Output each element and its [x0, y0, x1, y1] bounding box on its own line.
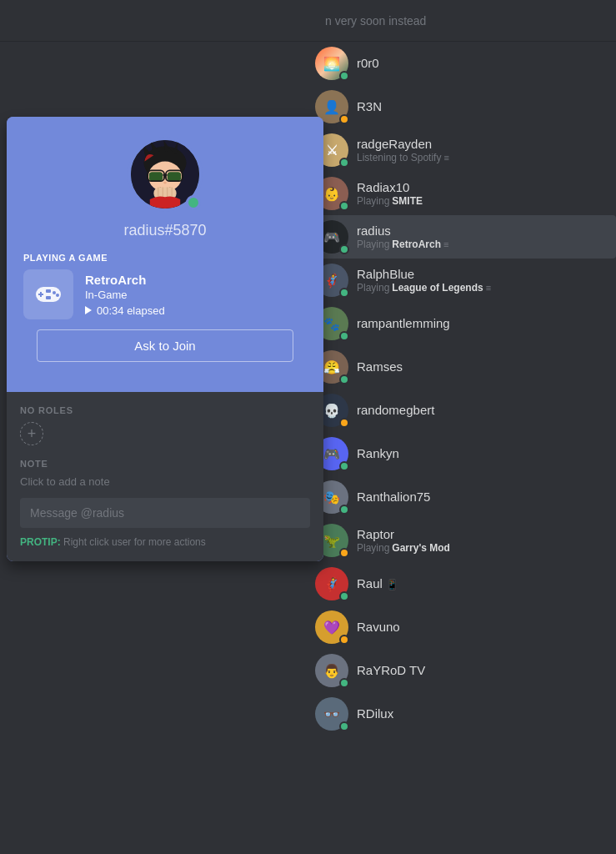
- user-name-rankyn: Rankyn: [357, 446, 399, 461]
- user-item-rampantlemming[interactable]: 🐾rampantlemming: [308, 302, 616, 345]
- activity-bold-radius: RetroArch: [392, 239, 441, 250]
- user-info-raptor: RaptorPlaying Garry's Mod: [357, 527, 450, 554]
- profile-online-indicator: [186, 195, 201, 210]
- user-name-raul: Raul📱: [357, 576, 398, 591]
- profile-bottom: NO ROLES + NOTE Click to add a note PROT…: [7, 392, 323, 561]
- ask-to-join-button[interactable]: Ask to Join: [37, 329, 293, 362]
- status-dot-radiax10: [339, 201, 349, 211]
- mobile-icon-raul: 📱: [386, 579, 398, 590]
- user-item-radius[interactable]: 🎮radiusPlaying RetroArch ≡: [308, 215, 616, 259]
- game-details: RetroArch In-Game 00:34 elapsed: [85, 273, 165, 317]
- profile-popup: radius#5870 PLAYING A GAME RetroArch In-…: [7, 117, 323, 561]
- user-name-radiax10: Radiax10: [357, 180, 423, 195]
- user-item-r3n[interactable]: 👤R3N: [308, 85, 616, 128]
- user-item-radgeRayden[interactable]: ⚔radgeRaydenListening to Spotify ≡: [308, 128, 616, 172]
- protip-bold: PROTIP:: [20, 536, 61, 548]
- user-name-radgeRayden: radgeRayden: [357, 137, 449, 152]
- note-section: NOTE Click to add a note: [20, 459, 310, 488]
- svg-point-12: [163, 182, 167, 184]
- user-name-raptor: Raptor: [357, 527, 450, 542]
- status-dot-rankyn: [339, 461, 349, 471]
- status-dot-randomegbert: [339, 418, 349, 428]
- profile-header: radius#5870 PLAYING A GAME RetroArch In-…: [7, 117, 323, 392]
- note-placeholder[interactable]: Click to add a note: [20, 475, 310, 488]
- chat-snippet: n very soon instead: [0, 0, 616, 42]
- user-item-rayrodtv[interactable]: 👨RaYRoD TV: [308, 649, 616, 692]
- playing-label: PLAYING A GAME: [23, 253, 108, 263]
- status-dot-raptor: [339, 548, 349, 558]
- no-roles-label: NO ROLES: [20, 405, 310, 415]
- user-name-randomegbert: randomegbert: [357, 403, 434, 418]
- svg-rect-24: [46, 296, 51, 299]
- status-dot-rampantlemming: [339, 331, 349, 341]
- user-item-radiax10[interactable]: 👶Radiax10Playing SMITE: [308, 172, 616, 215]
- user-item-rdilux[interactable]: 👓RDilux: [308, 692, 616, 736]
- user-name-radius: radius: [357, 224, 448, 239]
- user-item-r0r0[interactable]: 🌅r0r0: [308, 42, 616, 85]
- user-item-raul[interactable]: 🦸Raul📱: [308, 562, 616, 605]
- status-dot-radius: [339, 244, 349, 254]
- profile-username: radius#5870: [123, 222, 206, 239]
- activity-icon-ralphlblue: ≡: [486, 283, 491, 293]
- user-name-ranthalion75: Ranthalion75: [357, 490, 430, 505]
- protip-text: Right click user for more actions: [61, 536, 206, 548]
- user-info-rampantlemming: rampantlemming: [357, 316, 450, 331]
- activity-bold-ralphlblue: League of Legends: [392, 282, 483, 294]
- user-info-ravuno: Ravuno: [357, 620, 400, 635]
- user-name-ramses: Ramses: [357, 359, 403, 374]
- activity-icon-radgeRayden: ≡: [443, 153, 448, 163]
- game-elapsed: 00:34 elapsed: [85, 304, 165, 317]
- game-name: RetroArch: [85, 273, 165, 287]
- user-info-radiax10: Radiax10Playing SMITE: [357, 180, 423, 207]
- protip: PROTIP: Right click user for more action…: [20, 536, 310, 548]
- message-input[interactable]: [20, 498, 310, 528]
- add-role-button[interactable]: +: [20, 422, 43, 445]
- svg-rect-23: [46, 289, 51, 293]
- status-dot-ravuno: [339, 635, 349, 645]
- user-item-ralphlblue[interactable]: 🦸RalphBluePlaying League of Legends ≡: [308, 259, 616, 302]
- avatar-wrap-rdilux: 👓: [315, 697, 348, 731]
- user-item-rankyn[interactable]: 🎮Rankyn: [308, 432, 616, 475]
- user-item-ravuno[interactable]: 💜Ravuno: [308, 605, 616, 649]
- activity-icon-radius: ≡: [443, 239, 448, 249]
- avatar-wrap-r0r0: 🌅: [315, 47, 348, 80]
- user-info-rayrodtv: RaYRoD TV: [357, 663, 425, 678]
- game-state: In-Game: [85, 289, 165, 301]
- activity-bold-radiax10: SMITE: [392, 195, 423, 207]
- user-name-r0r0: r0r0: [357, 56, 379, 71]
- note-label: NOTE: [20, 459, 310, 469]
- user-item-raptor[interactable]: 🦖RaptorPlaying Garry's Mod: [308, 519, 616, 562]
- svg-point-22: [56, 294, 59, 297]
- user-item-ranthalion75[interactable]: 🎭Ranthalion75: [308, 475, 616, 519]
- user-name-r3n: R3N: [357, 99, 382, 114]
- svg-rect-8: [168, 172, 181, 181]
- user-name-rayrodtv: RaYRoD TV: [357, 663, 425, 678]
- status-dot-raul: [339, 591, 349, 601]
- user-info-r0r0: r0r0: [357, 56, 379, 71]
- status-dot-ramses: [339, 374, 349, 384]
- play-icon: [85, 306, 92, 314]
- user-name-ralphlblue: RalphBlue: [357, 267, 491, 282]
- user-item-ramses[interactable]: 😤Ramses: [308, 345, 616, 389]
- user-name-ravuno: Ravuno: [357, 620, 400, 635]
- status-dot-rdilux: [339, 721, 349, 731]
- user-info-ramses: Ramses: [357, 359, 403, 374]
- user-name-rdilux: RDilux: [357, 706, 393, 721]
- user-info-raul: Raul📱: [357, 576, 398, 591]
- avatar-wrap-raul: 🦸: [315, 567, 348, 600]
- avatar-wrap-ravuno: 💜: [315, 610, 348, 644]
- user-info-randomegbert: randomegbert: [357, 403, 434, 418]
- avatar-wrap-rayrodtv: 👨: [315, 654, 348, 687]
- svg-point-21: [53, 291, 56, 294]
- user-activity-ralphlblue: Playing League of Legends ≡: [357, 282, 491, 294]
- game-info: RetroArch In-Game 00:34 elapsed: [23, 269, 307, 319]
- svg-rect-20: [38, 294, 43, 295]
- status-dot-rayrodtv: [339, 678, 349, 688]
- user-item-randomegbert[interactable]: 💀randomegbert: [308, 389, 616, 432]
- user-info-r3n: R3N: [357, 99, 382, 114]
- user-info-radius: radiusPlaying RetroArch ≡: [357, 224, 448, 250]
- user-info-rankyn: Rankyn: [357, 446, 399, 461]
- svg-rect-7: [149, 172, 163, 181]
- user-activity-radiax10: Playing SMITE: [357, 195, 423, 207]
- profile-avatar-wrap: [128, 137, 203, 212]
